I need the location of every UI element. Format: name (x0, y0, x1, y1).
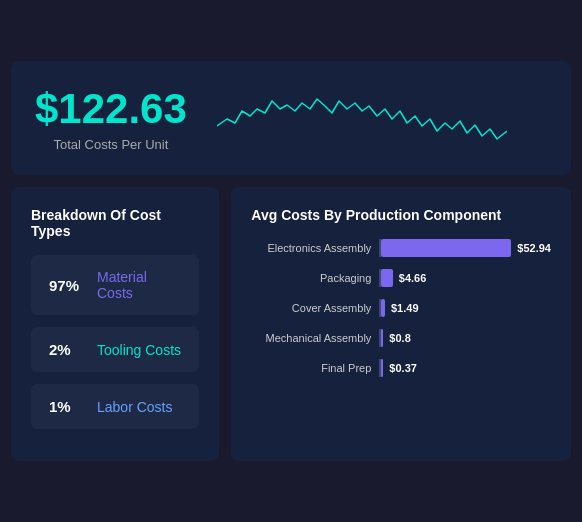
cost-label: Labor Costs (97, 399, 172, 415)
bar-track: $1.49 (379, 299, 551, 317)
breakdown-card: Breakdown Of Cost Types 97% Material Cos… (11, 187, 219, 461)
dashboard: $122.63 Total Costs Per Unit Breakdown O… (11, 61, 571, 461)
bar-row: Packaging $4.66 (251, 269, 551, 287)
bar-fill (381, 299, 385, 317)
cost-label: Material Costs (97, 269, 181, 301)
bar-track: $4.66 (379, 269, 551, 287)
bar-label: Electronics Assembly (251, 242, 371, 254)
bar-chart: Electronics Assembly $52.94 Packaging $4… (251, 239, 551, 377)
divider-line (379, 239, 381, 257)
bar-row: Final Prep $0.37 (251, 359, 551, 377)
cost-label: Tooling Costs (97, 342, 181, 358)
cost-item: 1% Labor Costs (31, 384, 199, 429)
bar-value: $0.8 (389, 332, 410, 344)
divider-line (379, 299, 381, 317)
bar-track: $0.37 (379, 359, 551, 377)
bar-track: $0.8 (379, 329, 551, 347)
bar-track: $52.94 (379, 239, 551, 257)
bar-fill (381, 329, 383, 347)
cost-pct: 97% (49, 277, 85, 294)
total-cost-section: $122.63 Total Costs Per Unit (35, 85, 187, 152)
sparkline-chart (217, 81, 507, 151)
breakdown-title: Breakdown Of Cost Types (31, 207, 199, 239)
divider-line (379, 329, 381, 347)
cost-pct: 1% (49, 398, 85, 415)
total-cost-value: $122.63 (35, 85, 187, 133)
bar-fill (381, 239, 511, 257)
cost-item: 2% Tooling Costs (31, 327, 199, 372)
avg-costs-title: Avg Costs By Production Component (251, 207, 551, 223)
bar-row: Cover Assembly $1.49 (251, 299, 551, 317)
bar-label: Mechanical Assembly (251, 332, 371, 344)
divider-line (379, 359, 381, 377)
bar-label: Packaging (251, 272, 371, 284)
breakdown-items: 97% Material Costs 2% Tooling Costs 1% L… (31, 255, 199, 429)
top-card: $122.63 Total Costs Per Unit (11, 61, 571, 175)
bar-value: $4.66 (399, 272, 427, 284)
sparkline-container (217, 81, 547, 155)
bar-row: Electronics Assembly $52.94 (251, 239, 551, 257)
total-cost-label: Total Costs Per Unit (35, 137, 187, 152)
bar-fill (381, 269, 392, 287)
bar-value: $1.49 (391, 302, 419, 314)
cost-pct: 2% (49, 341, 85, 358)
divider-line (379, 269, 381, 287)
bar-label: Cover Assembly (251, 302, 371, 314)
cost-item: 97% Material Costs (31, 255, 199, 315)
bar-label: Final Prep (251, 362, 371, 374)
bar-value: $0.37 (389, 362, 417, 374)
bar-row: Mechanical Assembly $0.8 (251, 329, 551, 347)
bar-fill (381, 359, 383, 377)
bar-value: $52.94 (517, 242, 551, 254)
avg-costs-card: Avg Costs By Production Component Electr… (231, 187, 571, 461)
bottom-row: Breakdown Of Cost Types 97% Material Cos… (11, 187, 571, 461)
